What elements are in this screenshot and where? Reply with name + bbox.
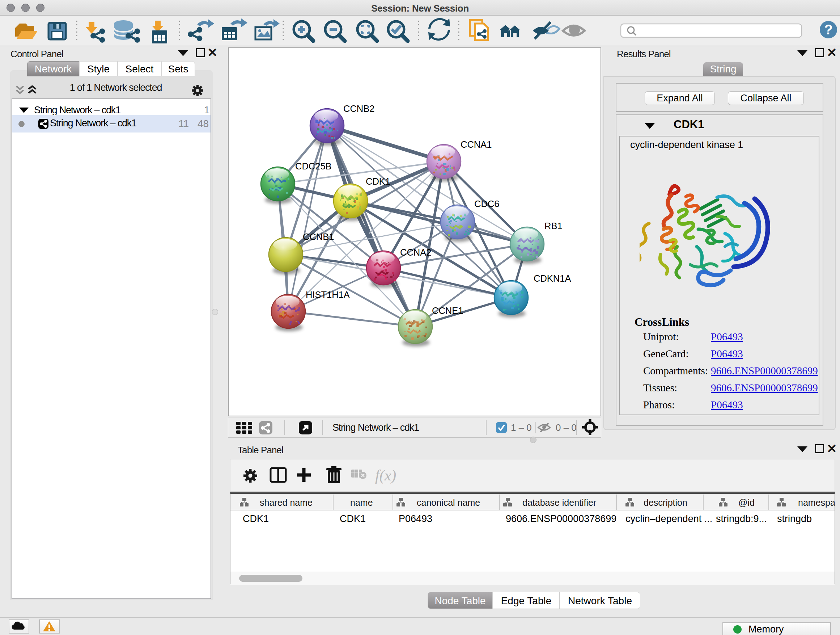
svg-text:CCNB2: CCNB2 xyxy=(343,103,374,114)
svg-text:?: ? xyxy=(824,22,832,37)
svg-text:canonical name: canonical name xyxy=(417,497,480,508)
svg-text:CDK1: CDK1 xyxy=(366,176,390,187)
svg-text:0 – 0: 0 – 0 xyxy=(556,422,576,433)
svg-text:String Network – cdk1: String Network – cdk1 xyxy=(332,422,419,433)
svg-text:CCNE1: CCNE1 xyxy=(432,306,463,316)
svg-text:RB1: RB1 xyxy=(545,221,562,231)
svg-text:HIST1H1A: HIST1H1A xyxy=(306,290,350,300)
svg-text:1 – 0: 1 – 0 xyxy=(511,422,532,433)
svg-text:CDC6: CDC6 xyxy=(474,199,499,209)
svg-text:CCNA1: CCNA1 xyxy=(461,139,492,149)
svg-text:name: name xyxy=(350,497,373,508)
svg-text:CCNB1: CCNB1 xyxy=(303,232,334,242)
svg-text:database identifier: database identifier xyxy=(523,497,596,508)
svg-text:@id: @id xyxy=(738,497,755,508)
svg-text:description: description xyxy=(644,497,687,508)
svg-text:CCNA2: CCNA2 xyxy=(400,247,431,257)
svg-text:CDC25B: CDC25B xyxy=(295,161,332,171)
svg-text:f(x): f(x) xyxy=(375,467,396,484)
svg-text:shared name: shared name xyxy=(260,497,313,508)
svg-text:CDKN1A: CDKN1A xyxy=(534,273,571,283)
svg-text:namespac: namespac xyxy=(798,497,835,508)
